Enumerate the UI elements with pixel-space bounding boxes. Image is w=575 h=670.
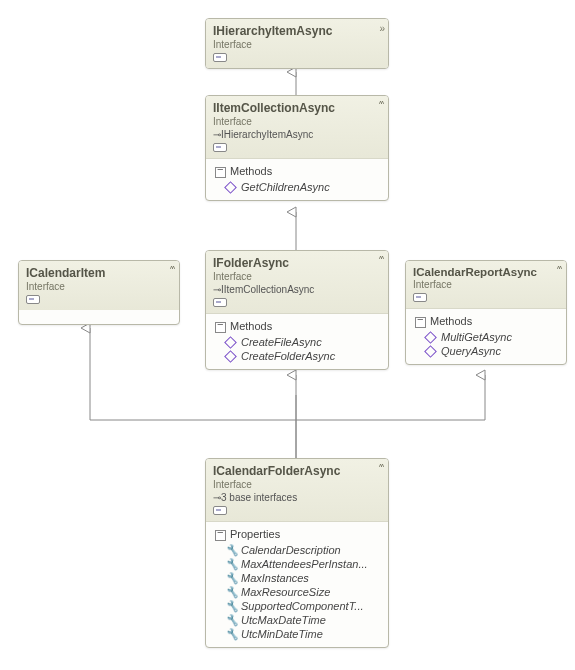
property-item: 🔧MaxInstances <box>213 571 381 585</box>
methods-section: Methods CreateFileAsync CreateFolderAsyn… <box>206 314 388 369</box>
node-title: ICalendarItem <box>26 266 172 280</box>
node-base-interface: ⊸3 base interfaces <box>213 492 381 503</box>
node-header: ˄˄ ICalendarFolderAsync Interface ⊸3 bas… <box>206 459 388 522</box>
node-title: ICalendarReportAsync <box>413 266 559 278</box>
method-item: QueryAsync <box>413 344 559 358</box>
node-stereotype: Interface <box>213 479 381 490</box>
node-iitemcollectionasync[interactable]: ˄˄ IItemCollectionAsync Interface ⊸IHier… <box>205 95 389 201</box>
collapse-chevron-icon[interactable]: ˄˄ <box>378 463 382 474</box>
property-icon: 🔧 <box>225 629 235 639</box>
section-heading[interactable]: Methods <box>213 317 381 335</box>
property-item: 🔧SupportedComponentT... <box>213 599 381 613</box>
node-stereotype: Interface <box>26 281 172 292</box>
node-header: ˄˄ ICalendarReportAsync Interface <box>406 261 566 309</box>
node-title: ICalendarFolderAsync <box>213 464 381 478</box>
node-ifolderasync[interactable]: ˄˄ IFolderAsync Interface ⊸IItemCollecti… <box>205 250 389 370</box>
interface-icon <box>213 506 227 515</box>
interface-icon <box>413 293 427 302</box>
method-item: GetChildrenAsync <box>213 180 381 194</box>
node-header: ˄˄ IItemCollectionAsync Interface ⊸IHier… <box>206 96 388 159</box>
interface-icon <box>213 53 227 62</box>
node-ihierarchyitemasync[interactable]: » IHierarchyItemAsync Interface <box>205 18 389 69</box>
property-icon: 🔧 <box>225 573 235 583</box>
property-item: 🔧UtcMaxDateTime <box>213 613 381 627</box>
section-heading[interactable]: Methods <box>413 312 559 330</box>
node-header: ˄˄ ICalendarItem Interface <box>19 261 179 310</box>
node-stereotype: Interface <box>213 39 381 50</box>
interface-icon <box>26 295 40 304</box>
node-title: IHierarchyItemAsync <box>213 24 381 38</box>
collapse-chevron-icon[interactable]: ˄˄ <box>556 265 560 276</box>
node-stereotype: Interface <box>413 279 559 290</box>
method-icon <box>225 182 235 192</box>
expand-chevron-icon[interactable]: » <box>379 23 382 34</box>
property-icon: 🔧 <box>225 615 235 625</box>
interface-icon <box>213 298 227 307</box>
method-icon <box>425 346 435 356</box>
property-item: 🔧CalendarDescription <box>213 543 381 557</box>
property-icon: 🔧 <box>225 587 235 597</box>
method-item: CreateFolderAsync <box>213 349 381 363</box>
method-item: CreateFileAsync <box>213 335 381 349</box>
properties-section: Properties 🔧CalendarDescription 🔧MaxAtte… <box>206 522 388 647</box>
node-icalendarreportasync[interactable]: ˄˄ ICalendarReportAsync Interface Method… <box>405 260 567 365</box>
collapse-chevron-icon[interactable]: ˄˄ <box>169 265 173 276</box>
section-heading[interactable]: Methods <box>213 162 381 180</box>
interface-icon <box>213 143 227 152</box>
node-header: ˄˄ IFolderAsync Interface ⊸IItemCollecti… <box>206 251 388 314</box>
method-item: MultiGetAsync <box>413 330 559 344</box>
node-icalendarfolderasync[interactable]: ˄˄ ICalendarFolderAsync Interface ⊸3 bas… <box>205 458 389 648</box>
collapse-chevron-icon[interactable]: ˄˄ <box>378 255 382 266</box>
node-icalendaritem[interactable]: ˄˄ ICalendarItem Interface <box>18 260 180 325</box>
node-base-interface: ⊸IHierarchyItemAsync <box>213 129 381 140</box>
property-icon: 🔧 <box>225 559 235 569</box>
section-heading[interactable]: Properties <box>213 525 381 543</box>
method-icon <box>225 337 235 347</box>
node-title: IItemCollectionAsync <box>213 101 381 115</box>
method-icon <box>425 332 435 342</box>
property-item: 🔧UtcMinDateTime <box>213 627 381 641</box>
property-item: 🔧MaxAttendeesPerInstan... <box>213 557 381 571</box>
methods-section: Methods MultiGetAsync QueryAsync <box>406 309 566 364</box>
node-stereotype: Interface <box>213 116 381 127</box>
node-header: » IHierarchyItemAsync Interface <box>206 19 388 68</box>
property-item: 🔧MaxResourceSize <box>213 585 381 599</box>
node-title: IFolderAsync <box>213 256 381 270</box>
methods-section: Methods GetChildrenAsync <box>206 159 388 200</box>
node-stereotype: Interface <box>213 271 381 282</box>
collapse-chevron-icon[interactable]: ˄˄ <box>378 100 382 111</box>
property-icon: 🔧 <box>225 545 235 555</box>
method-icon <box>225 351 235 361</box>
property-icon: 🔧 <box>225 601 235 611</box>
node-base-interface: ⊸IItemCollectionAsync <box>213 284 381 295</box>
